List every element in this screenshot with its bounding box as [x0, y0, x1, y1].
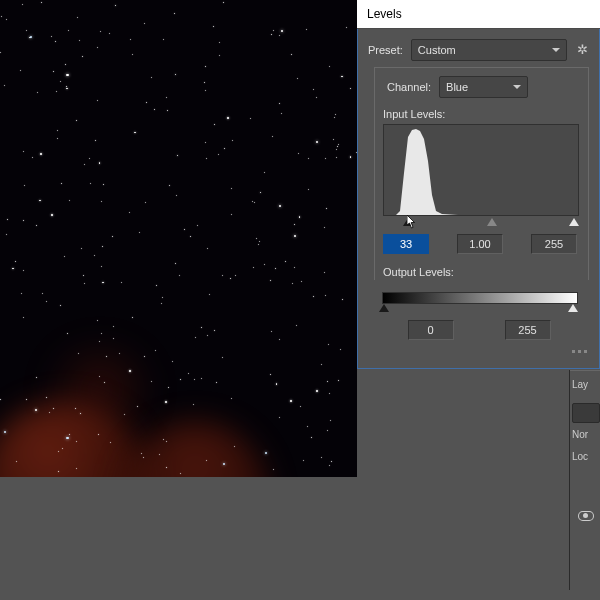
layer-search-input[interactable] [572, 403, 600, 423]
white-point-handle[interactable] [569, 218, 579, 226]
star-field [0, 0, 357, 477]
channel-label: Channel: [387, 81, 431, 93]
mid-point-handle[interactable] [487, 218, 497, 226]
output-black-field[interactable]: 0 [408, 320, 454, 340]
black-point-handle[interactable] [403, 218, 413, 226]
input-black-field[interactable]: 33 [383, 234, 429, 254]
input-mid-field[interactable]: 1.00 [457, 234, 503, 254]
eye-icon[interactable] [578, 511, 594, 521]
preset-label: Preset: [368, 44, 403, 56]
input-levels-label: Input Levels: [383, 108, 580, 120]
levels-dialog: Levels Preset: Custom ✲ Channel: Blue In… [357, 0, 600, 370]
resize-grip[interactable] [368, 350, 587, 355]
input-white-field[interactable]: 255 [531, 234, 577, 254]
output-white-handle[interactable] [568, 304, 578, 312]
right-panels-strip: Lay Nor Loc [569, 370, 600, 590]
gear-icon[interactable]: ✲ [575, 43, 589, 57]
layers-panel-label[interactable]: Lay [570, 370, 600, 399]
output-black-handle[interactable] [379, 304, 389, 312]
channel-value: Blue [446, 81, 468, 93]
preset-dropdown[interactable]: Custom [411, 39, 567, 61]
channel-dropdown[interactable]: Blue [439, 76, 528, 98]
output-levels-label: Output Levels: [383, 266, 580, 278]
document-canvas[interactable] [0, 0, 357, 477]
normal-blend-label[interactable]: Nor [570, 427, 600, 449]
output-gradient[interactable] [382, 292, 578, 304]
output-slider-track[interactable] [382, 304, 576, 316]
input-slider-track[interactable] [383, 218, 577, 230]
dialog-title[interactable]: Levels [357, 0, 600, 29]
lock-label: Loc [570, 449, 600, 471]
histogram[interactable] [383, 124, 579, 216]
preset-value: Custom [418, 44, 456, 56]
output-white-field[interactable]: 255 [505, 320, 551, 340]
